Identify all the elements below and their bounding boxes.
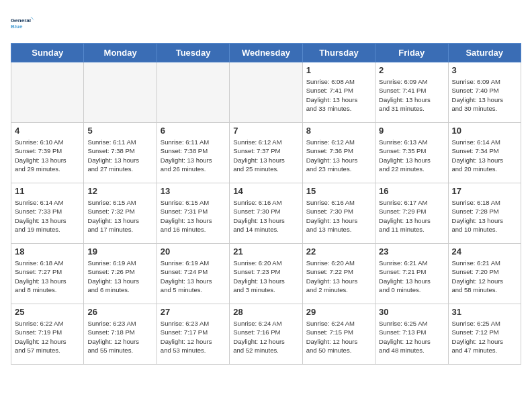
day-info: Sunrise: 6:13 AM Sunset: 7:35 PM Dayligh… bbox=[379, 138, 444, 173]
day-number: 14 bbox=[233, 186, 298, 196]
logo: GeneralBlue bbox=[11, 11, 35, 35]
calendar-cell bbox=[11, 62, 84, 123]
calendar-cell bbox=[230, 62, 302, 123]
day-info: Sunrise: 6:14 AM Sunset: 7:33 PM Dayligh… bbox=[15, 198, 80, 234]
day-number: 3 bbox=[452, 65, 517, 75]
day-info: Sunrise: 6:18 AM Sunset: 7:28 PM Dayligh… bbox=[452, 198, 517, 234]
calendar-cell bbox=[157, 62, 229, 123]
day-number: 8 bbox=[306, 126, 371, 136]
calendar-cell: 23Sunrise: 6:21 AM Sunset: 7:21 PM Dayli… bbox=[375, 244, 448, 304]
day-info: Sunrise: 6:24 AM Sunset: 7:16 PM Dayligh… bbox=[233, 319, 298, 355]
day-info: Sunrise: 6:09 AM Sunset: 7:41 PM Dayligh… bbox=[379, 77, 444, 113]
calendar-cell: 2Sunrise: 6:09 AM Sunset: 7:41 PM Daylig… bbox=[375, 62, 448, 123]
day-info: Sunrise: 6:11 AM Sunset: 7:38 PM Dayligh… bbox=[161, 138, 226, 173]
weekday-header-saturday: Saturday bbox=[448, 44, 521, 62]
day-info: Sunrise: 6:21 AM Sunset: 7:20 PM Dayligh… bbox=[452, 259, 517, 294]
day-number: 27 bbox=[161, 307, 226, 317]
day-number: 26 bbox=[87, 307, 152, 317]
day-number: 5 bbox=[87, 126, 152, 136]
day-number: 18 bbox=[15, 246, 80, 257]
page-header: GeneralBlue bbox=[11, 11, 521, 35]
weekday-header-sunday: Sunday bbox=[11, 44, 84, 62]
calendar-cell: 1Sunrise: 6:08 AM Sunset: 7:41 PM Daylig… bbox=[302, 62, 375, 123]
day-number: 21 bbox=[233, 246, 298, 257]
calendar-cell: 9Sunrise: 6:13 AM Sunset: 7:35 PM Daylig… bbox=[375, 123, 448, 183]
logo-icon: GeneralBlue bbox=[11, 11, 35, 35]
day-number: 31 bbox=[452, 307, 517, 317]
day-number: 10 bbox=[452, 126, 517, 136]
day-info: Sunrise: 6:19 AM Sunset: 7:26 PM Dayligh… bbox=[87, 259, 152, 294]
calendar-cell: 26Sunrise: 6:23 AM Sunset: 7:18 PM Dayli… bbox=[84, 304, 157, 365]
calendar-cell: 4Sunrise: 6:10 AM Sunset: 7:39 PM Daylig… bbox=[11, 123, 84, 183]
calendar-cell: 11Sunrise: 6:14 AM Sunset: 7:33 PM Dayli… bbox=[11, 183, 84, 244]
calendar-cell: 10Sunrise: 6:14 AM Sunset: 7:34 PM Dayli… bbox=[448, 123, 521, 183]
calendar-cell: 17Sunrise: 6:18 AM Sunset: 7:28 PM Dayli… bbox=[448, 183, 521, 244]
day-info: Sunrise: 6:15 AM Sunset: 7:32 PM Dayligh… bbox=[87, 198, 152, 234]
calendar-week-row-1: 1Sunrise: 6:08 AM Sunset: 7:41 PM Daylig… bbox=[11, 62, 521, 123]
day-info: Sunrise: 6:20 AM Sunset: 7:22 PM Dayligh… bbox=[306, 259, 371, 294]
calendar-cell: 7Sunrise: 6:12 AM Sunset: 7:37 PM Daylig… bbox=[230, 123, 302, 183]
day-number: 24 bbox=[452, 246, 517, 257]
day-number: 22 bbox=[306, 246, 371, 257]
day-info: Sunrise: 6:12 AM Sunset: 7:37 PM Dayligh… bbox=[233, 138, 298, 173]
day-info: Sunrise: 6:12 AM Sunset: 7:36 PM Dayligh… bbox=[306, 138, 371, 173]
svg-text:Blue: Blue bbox=[11, 24, 23, 30]
day-number: 15 bbox=[306, 186, 371, 196]
weekday-header-thursday: Thursday bbox=[302, 44, 375, 62]
calendar-cell: 31Sunrise: 6:25 AM Sunset: 7:12 PM Dayli… bbox=[448, 304, 521, 365]
calendar-cell: 22Sunrise: 6:20 AM Sunset: 7:22 PM Dayli… bbox=[302, 244, 375, 304]
day-info: Sunrise: 6:14 AM Sunset: 7:34 PM Dayligh… bbox=[452, 138, 517, 173]
day-info: Sunrise: 6:18 AM Sunset: 7:27 PM Dayligh… bbox=[15, 259, 80, 294]
svg-text:General: General bbox=[11, 17, 31, 24]
calendar-cell: 29Sunrise: 6:24 AM Sunset: 7:15 PM Dayli… bbox=[302, 304, 375, 365]
day-number: 23 bbox=[379, 246, 444, 257]
calendar-cell: 5Sunrise: 6:11 AM Sunset: 7:38 PM Daylig… bbox=[84, 123, 157, 183]
calendar-week-row-3: 11Sunrise: 6:14 AM Sunset: 7:33 PM Dayli… bbox=[11, 183, 521, 244]
day-info: Sunrise: 6:23 AM Sunset: 7:17 PM Dayligh… bbox=[161, 319, 226, 355]
day-number: 4 bbox=[15, 126, 80, 136]
day-number: 6 bbox=[161, 126, 226, 136]
calendar-cell: 30Sunrise: 6:25 AM Sunset: 7:13 PM Dayli… bbox=[375, 304, 448, 365]
calendar-cell: 12Sunrise: 6:15 AM Sunset: 7:32 PM Dayli… bbox=[84, 183, 157, 244]
day-number: 16 bbox=[379, 186, 444, 196]
day-number: 20 bbox=[161, 246, 226, 257]
day-number: 12 bbox=[87, 186, 152, 196]
day-info: Sunrise: 6:17 AM Sunset: 7:29 PM Dayligh… bbox=[379, 198, 444, 234]
calendar-cell: 6Sunrise: 6:11 AM Sunset: 7:38 PM Daylig… bbox=[157, 123, 229, 183]
day-number: 7 bbox=[233, 126, 298, 136]
calendar-cell: 27Sunrise: 6:23 AM Sunset: 7:17 PM Dayli… bbox=[157, 304, 229, 365]
calendar-cell: 19Sunrise: 6:19 AM Sunset: 7:26 PM Dayli… bbox=[84, 244, 157, 304]
day-number: 2 bbox=[379, 65, 444, 75]
calendar-cell: 15Sunrise: 6:16 AM Sunset: 7:30 PM Dayli… bbox=[302, 183, 375, 244]
day-number: 17 bbox=[452, 186, 517, 196]
weekday-header-wednesday: Wednesday bbox=[230, 44, 302, 62]
weekday-header-row: SundayMondayTuesdayWednesdayThursdayFrid… bbox=[11, 44, 521, 62]
calendar-cell: 16Sunrise: 6:17 AM Sunset: 7:29 PM Dayli… bbox=[375, 183, 448, 244]
day-info: Sunrise: 6:20 AM Sunset: 7:23 PM Dayligh… bbox=[233, 259, 298, 294]
day-info: Sunrise: 6:24 AM Sunset: 7:15 PM Dayligh… bbox=[306, 319, 371, 355]
calendar-cell: 14Sunrise: 6:16 AM Sunset: 7:30 PM Dayli… bbox=[230, 183, 302, 244]
calendar-cell: 20Sunrise: 6:19 AM Sunset: 7:24 PM Dayli… bbox=[157, 244, 229, 304]
day-info: Sunrise: 6:11 AM Sunset: 7:38 PM Dayligh… bbox=[87, 138, 152, 173]
day-info: Sunrise: 6:08 AM Sunset: 7:41 PM Dayligh… bbox=[306, 77, 371, 113]
svg-marker-2 bbox=[30, 17, 34, 21]
calendar-cell: 24Sunrise: 6:21 AM Sunset: 7:20 PM Dayli… bbox=[448, 244, 521, 304]
weekday-header-tuesday: Tuesday bbox=[157, 44, 229, 62]
day-number: 19 bbox=[87, 246, 152, 257]
day-info: Sunrise: 6:23 AM Sunset: 7:18 PM Dayligh… bbox=[87, 319, 152, 355]
day-number: 29 bbox=[306, 307, 371, 317]
calendar-cell: 3Sunrise: 6:09 AM Sunset: 7:40 PM Daylig… bbox=[448, 62, 521, 123]
calendar-cell: 13Sunrise: 6:15 AM Sunset: 7:31 PM Dayli… bbox=[157, 183, 229, 244]
calendar-cell: 18Sunrise: 6:18 AM Sunset: 7:27 PM Dayli… bbox=[11, 244, 84, 304]
day-number: 25 bbox=[15, 307, 80, 317]
day-info: Sunrise: 6:16 AM Sunset: 7:30 PM Dayligh… bbox=[233, 198, 298, 234]
calendar-cell: 21Sunrise: 6:20 AM Sunset: 7:23 PM Dayli… bbox=[230, 244, 302, 304]
day-number: 1 bbox=[306, 65, 371, 75]
day-number: 9 bbox=[379, 126, 444, 136]
calendar-cell: 25Sunrise: 6:22 AM Sunset: 7:19 PM Dayli… bbox=[11, 304, 84, 365]
day-info: Sunrise: 6:15 AM Sunset: 7:31 PM Dayligh… bbox=[161, 198, 226, 234]
day-info: Sunrise: 6:16 AM Sunset: 7:30 PM Dayligh… bbox=[306, 198, 371, 234]
day-info: Sunrise: 6:19 AM Sunset: 7:24 PM Dayligh… bbox=[161, 259, 226, 294]
day-info: Sunrise: 6:25 AM Sunset: 7:12 PM Dayligh… bbox=[452, 319, 517, 355]
calendar-week-row-5: 25Sunrise: 6:22 AM Sunset: 7:19 PM Dayli… bbox=[11, 304, 521, 365]
